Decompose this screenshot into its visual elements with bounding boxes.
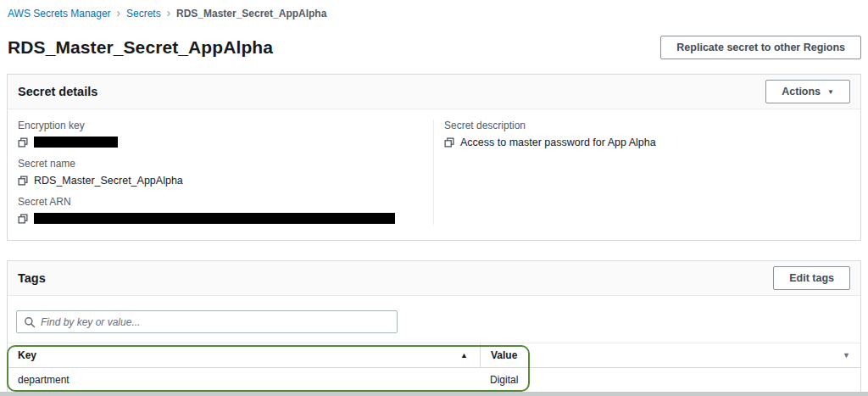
tags-header: Tags Edit tags [8,261,860,296]
tags-search-area [8,296,860,343]
secret-arn-label: Secret ARN [18,196,423,208]
column-header-key[interactable]: Key ▲ [8,343,480,367]
copy-icon[interactable] [18,137,28,148]
key-column-label: Key [18,349,36,361]
table-row[interactable]: department Digital [8,368,860,393]
column-header-value[interactable]: Value ▼ [480,343,860,367]
chevron-right-icon: › [117,6,120,20]
actions-button-label: Actions [782,86,821,98]
secret-description-value: Access to master password for App Alpha [460,137,656,148]
secret-name-value: RDS_Master_Secret_AppAlpha [34,175,183,187]
secret-description-label: Secret description [444,120,850,131]
encryption-key-field: Encryption key [18,120,423,148]
details-column-left: Encryption key Secret name RDS_Master_Se… [8,120,434,225]
search-icon [24,316,36,328]
copy-icon[interactable] [18,214,28,224]
chevron-right-icon: › [167,6,170,20]
secret-details-content: Encryption key Secret name RDS_Master_Se… [8,109,860,240]
secret-arn-redacted-value [34,213,395,224]
secret-arn-field: Secret ARN [18,196,423,225]
encryption-key-label: Encryption key [18,120,423,131]
copy-icon[interactable] [18,176,28,186]
chevron-down-icon: ▼ [827,88,834,96]
sort-ascending-icon[interactable]: ▲ [460,351,470,360]
tag-value-cell: Digital [480,368,860,392]
tags-table: Key ▲ Value ▼ department Digital AppID A… [8,343,860,396]
secret-details-panel: Secret details Actions ▼ Encryption key … [7,74,861,241]
edit-tags-button[interactable]: Edit tags [773,266,850,290]
breadcrumb-current-secret: RDS_Master_Secret_AppAlpha [176,8,326,20]
page-header: RDS_Master_Secret_AppAlpha Replicate sec… [0,20,868,74]
actions-button[interactable]: Actions ▼ [765,80,850,103]
secret-name-label: Secret name [18,158,423,170]
breadcrumb-link-secrets[interactable]: Secrets [126,8,161,20]
breadcrumb-link-secrets-manager[interactable]: AWS Secrets Manager [8,8,111,20]
replicate-secret-button[interactable]: Replicate secret to other Regions [660,36,861,59]
secret-name-field: Secret name RDS_Master_Secret_AppAlpha [18,158,423,187]
tags-search-input[interactable] [41,316,390,328]
value-column-label: Value [491,349,517,361]
tags-title: Tags [18,271,46,285]
details-column-right: Secret description Access to master pass… [434,120,860,225]
tag-key-cell: department [8,368,480,392]
tags-search-box [16,310,398,333]
bottom-edge-strip [0,392,868,396]
page-title: RDS_Master_Secret_AppAlpha [8,37,273,58]
sort-descending-icon[interactable]: ▼ [843,351,850,360]
copy-icon[interactable] [444,137,454,148]
encryption-key-redacted-value [34,137,118,148]
secret-description-field: Secret description Access to master pass… [444,120,850,148]
tags-panel: Tags Edit tags Key ▲ Value ▼ department … [7,260,861,396]
breadcrumb: AWS Secrets Manager › Secrets › RDS_Mast… [0,0,868,20]
tags-table-header: Key ▲ Value ▼ [8,343,860,368]
secret-details-header: Secret details Actions ▼ [8,75,860,109]
secret-details-title: Secret details [18,85,97,98]
